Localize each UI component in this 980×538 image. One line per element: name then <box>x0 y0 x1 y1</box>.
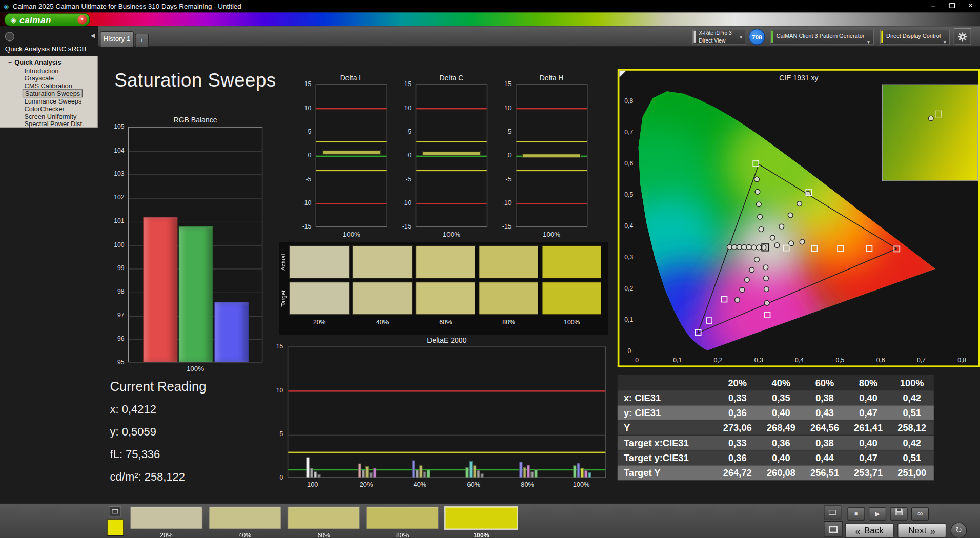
table-cell: 0,36 <box>716 405 759 420</box>
meter-reading-badge[interactable]: 708 <box>749 29 765 45</box>
calman-menu-button[interactable]: ◈ calman ▼ <box>5 13 90 27</box>
x-axis: 10020%40%60%80%100% <box>288 481 606 489</box>
deltae-2000-chart[interactable]: DeltaE 2000 151050 10020%40%60%80%100% <box>270 337 609 494</box>
swatch-label: 20% <box>130 532 202 538</box>
limit-line <box>316 203 387 204</box>
deltae-bar <box>419 465 422 478</box>
tree-root[interactable]: −Quick Analysis <box>8 58 62 66</box>
table-cell: 256,51 <box>803 465 846 480</box>
measured-point <box>754 257 760 262</box>
sidebar-collapse-icon[interactable]: ◄ <box>89 32 96 39</box>
tab-history-1[interactable]: History 1 <box>100 31 134 47</box>
chart-title: Delta C <box>416 74 487 82</box>
pattern-swatch-100%[interactable]: 100% <box>445 507 517 538</box>
close-button[interactable]: × <box>961 0 980 12</box>
limit-line <box>416 108 487 109</box>
deltae-bar <box>423 471 426 478</box>
reading-y: y: 0,5059 <box>110 425 273 439</box>
deltae-plot-area <box>288 347 606 478</box>
meter-dropdown[interactable]: X-Rite i1Pro 3 Direct View ▼ <box>692 29 746 44</box>
pattern-fullscreen-button[interactable] <box>824 521 843 537</box>
pattern-swatch-20%[interactable]: 20% <box>130 507 202 538</box>
pattern-generator-dropdown[interactable]: CalMAN Client 3 Pattern Generator ▼ <box>770 29 873 44</box>
y-tick-label: 0 <box>398 152 413 158</box>
rgb-balance-chart[interactable]: RGB Balance 9596979899100101102103104105… <box>111 116 264 375</box>
back-button[interactable]: « Back <box>845 523 894 538</box>
current-reading-panel: Current Reading x: 0,4212 y: 0,5059 fL: … <box>110 379 273 493</box>
saturation-patch-grid[interactable]: ActualTarget20%40%60%80%100% <box>279 242 608 335</box>
measured-point <box>751 245 757 250</box>
measured-point <box>735 297 740 302</box>
y-tick-label: -15 <box>498 223 513 230</box>
play-button[interactable]: ▶ <box>869 507 886 521</box>
table-cell: 0,40 <box>759 450 803 465</box>
maximize-icon <box>949 3 955 8</box>
sidebar-item-introduction[interactable]: Introduction <box>23 67 60 74</box>
patch-target-100% <box>542 282 602 315</box>
table-cell: 251,00 <box>890 465 934 480</box>
display-control-name: Direct Display Control <box>886 33 941 39</box>
y-tick-label: 5 <box>298 128 313 135</box>
patch-col-label: 100% <box>542 319 602 325</box>
limit-line <box>516 108 587 109</box>
limit-line <box>516 141 587 142</box>
pattern-swatch-60%[interactable]: 60% <box>288 507 360 538</box>
measured-point <box>774 243 780 248</box>
y-tick-label: -15 <box>298 223 313 230</box>
cie-1931-chart[interactable]: CIE 1931 xy 0,80,70,60,50,40,30,20,10- 0… <box>618 69 980 367</box>
sidebar-item-spectral-power-dist-[interactable]: Spectral Power Dist. <box>23 120 86 128</box>
next-arrow-icon: » <box>930 525 935 536</box>
swatch-label: 60% <box>288 532 360 538</box>
workflow-options-button[interactable] <box>5 32 14 41</box>
y-tick-label: 96 <box>111 335 126 342</box>
refresh-button[interactable]: ↻ <box>951 522 967 538</box>
sidebar-item-luminance-sweeps[interactable]: Luminance Sweeps <box>23 97 84 105</box>
tree-items: IntroductionGrayscaleCMS CalibrationSatu… <box>0 67 98 127</box>
y-tick-label: 98 <box>111 288 126 295</box>
table-cell: 0,42 <box>890 390 934 405</box>
table-cell: 260,08 <box>759 465 803 480</box>
add-tab-button[interactable]: + <box>135 34 149 47</box>
link-button[interactable]: ∞ <box>911 507 929 521</box>
sidebar-item-screen-uniformity[interactable]: Screen Uniformity <box>23 112 78 120</box>
settings-gear-button[interactable] <box>954 28 971 45</box>
y-axis: 151050 <box>270 347 285 478</box>
patch-actual-20% <box>290 245 350 279</box>
save-button[interactable] <box>890 507 907 521</box>
pattern-swatch-80%[interactable]: 80% <box>366 507 439 538</box>
maximize-button[interactable] <box>943 0 962 12</box>
table-header-row: 20%40%60%80%100% <box>618 375 934 390</box>
measured-point <box>756 245 761 250</box>
cie-zoom-inset <box>882 85 978 181</box>
x-tick-label: 0,7 <box>914 357 929 363</box>
tree-expander-icon[interactable]: − <box>8 58 12 66</box>
x-tick-label: 0,8 <box>954 357 969 363</box>
sidebar-item-colorchecker[interactable]: ColorChecker <box>23 105 67 113</box>
y-tick-label: -10 <box>398 199 413 206</box>
limit-line <box>416 156 487 157</box>
y-tick-label: 95 <box>111 359 126 365</box>
minimize-button[interactable]: – <box>924 0 943 12</box>
gridline <box>288 435 605 436</box>
delta-c-chart[interactable]: Delta C 151050-5-10-15 100% <box>398 74 489 239</box>
measured-point <box>779 224 784 229</box>
stop-button[interactable]: ■ <box>847 507 865 521</box>
delta-h-chart[interactable]: Delta H 151050-5-10-15 100% <box>498 74 589 239</box>
y-tick-label: 10 <box>498 105 513 111</box>
sidebar-item-grayscale[interactable]: Grayscale <box>23 74 56 82</box>
sidebar-item-saturation-sweeps[interactable]: Saturation Sweeps <box>23 89 83 97</box>
rgb-bar-blue <box>214 302 249 362</box>
deltae-bar <box>426 470 430 478</box>
sidebar-item-cms-calibration[interactable]: CMS Calibration <box>23 82 74 90</box>
next-button[interactable]: Next » <box>897 523 946 538</box>
patch-actual-100% <box>542 245 602 279</box>
pattern-display-button[interactable] <box>824 505 841 519</box>
measured-point <box>764 276 769 281</box>
delta-l-chart[interactable]: Delta L 151050-5-10-15 100% <box>298 74 390 239</box>
y-tick-label: 99 <box>111 264 126 271</box>
logo-menu-chevron-icon: ▼ <box>77 15 87 24</box>
display-control-dropdown[interactable]: Direct Display Control ▼ <box>880 29 950 44</box>
pattern-swatch-40%[interactable]: 40% <box>209 507 281 538</box>
deltae-bar <box>519 462 522 478</box>
table-cell: 268,49 <box>759 421 803 435</box>
